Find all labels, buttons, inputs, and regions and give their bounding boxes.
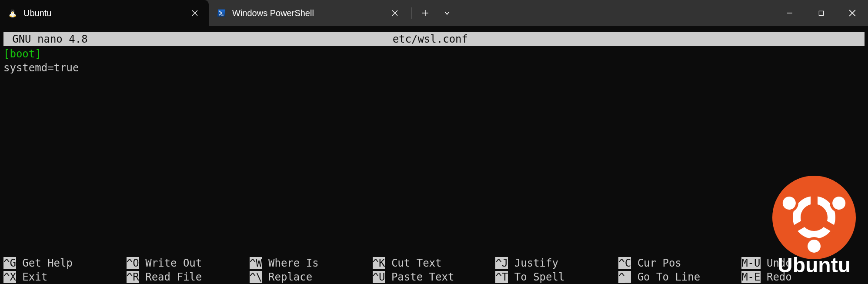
nano-title-bar: GNU nano 4.8 etc/wsl.conf <box>3 32 865 46</box>
shortcut-read-file: ^R Read File <box>127 270 250 284</box>
close-icon[interactable] <box>189 7 201 19</box>
shortcut-undo: M-U Undo <box>741 256 865 270</box>
tab-title: Windows PowerShell <box>232 8 383 18</box>
tab-powershell[interactable]: Windows PowerShell <box>209 0 409 26</box>
svg-point-6 <box>13 16 16 17</box>
nano-shortcuts: ^G Get Help ^O Write Out ^W Where Is ^K … <box>3 256 865 284</box>
window-controls <box>774 0 868 26</box>
title-bar: Ubuntu Windows PowerShell <box>0 0 868 26</box>
shortcut-get-help: ^G Get Help <box>3 256 127 270</box>
editor-line-section: [boot] <box>3 47 865 61</box>
new-tab-button[interactable] <box>414 0 436 26</box>
svg-point-2 <box>11 11 14 15</box>
editor-line: systemd=true <box>3 61 865 75</box>
svg-point-5 <box>10 16 12 17</box>
tab-dropdown-button[interactable] <box>436 0 458 26</box>
svg-point-3 <box>11 11 12 12</box>
svg-point-4 <box>13 11 14 12</box>
powershell-icon <box>217 8 226 18</box>
shortcut-go-to-line: ^_ Go To Line <box>618 270 741 284</box>
titlebar-drag-area[interactable] <box>458 0 774 26</box>
shortcut-exit: ^X Exit <box>3 270 127 284</box>
shortcut-write-out: ^O Write Out <box>127 256 250 270</box>
tux-icon <box>8 8 17 18</box>
nano-app-title: GNU nano 4.8 <box>7 32 88 46</box>
nano-file-path: etc/wsl.conf <box>88 32 773 46</box>
shortcut-cur-pos: ^C Cur Pos <box>618 256 741 270</box>
minimize-button[interactable] <box>774 0 805 26</box>
shortcut-justify: ^J Justify <box>495 256 618 270</box>
close-icon[interactable] <box>389 7 401 19</box>
maximize-button[interactable] <box>805 0 837 26</box>
tab-ubuntu[interactable]: Ubuntu <box>0 0 209 26</box>
tab-title: Ubuntu <box>23 8 183 18</box>
tab-divider <box>411 7 412 19</box>
shortcut-to-spell: ^T To Spell <box>495 270 618 284</box>
svg-rect-7 <box>819 11 823 15</box>
shortcut-where-is: ^W Where Is <box>250 256 373 270</box>
close-window-button[interactable] <box>837 0 868 26</box>
nano-editor-body[interactable]: [boot] systemd=true <box>3 46 865 75</box>
shortcut-paste-text: ^U Paste Text <box>373 270 496 284</box>
shortcut-replace: ^\ Replace <box>250 270 373 284</box>
terminal-area[interactable]: GNU nano 4.8 etc/wsl.conf [boot] systemd… <box>0 30 868 284</box>
shortcut-cut-text: ^K Cut Text <box>373 256 496 270</box>
shortcut-redo: M-E Redo <box>741 270 865 284</box>
